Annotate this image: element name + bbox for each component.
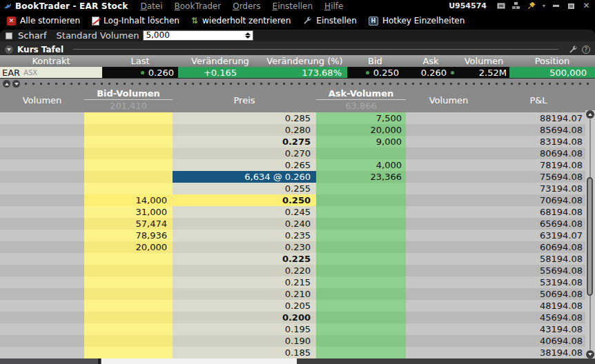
configure-button[interactable]: Einstellen: [300, 14, 360, 27]
price-cell[interactable]: 0.265: [173, 159, 316, 171]
change-cell[interactable]: +0.165: [178, 67, 262, 78]
depth-volume-left-cell[interactable]: [0, 171, 84, 183]
header-last[interactable]: Last: [102, 55, 178, 67]
header-change-pct[interactable]: Veränderung (%): [262, 55, 347, 67]
monitor-icon[interactable]: [497, 2, 506, 10]
price-cell[interactable]: 0.250: [173, 194, 316, 206]
book-header-volume-left[interactable]: Volumen: [0, 88, 84, 112]
depth-volume-right-cell[interactable]: [406, 171, 491, 183]
position-cell[interactable]: 500,000: [509, 67, 595, 78]
bid-volume-cell[interactable]: [84, 124, 173, 136]
header-bid[interactable]: Bid: [347, 55, 403, 67]
minimize-button[interactable]: [552, 2, 560, 10]
ask-volume-cell[interactable]: 20,000: [316, 124, 406, 136]
price-cell[interactable]: 0.195: [173, 323, 316, 335]
price-cell[interactable]: 0.285: [173, 112, 316, 124]
ask-volume-cell[interactable]: [316, 241, 406, 253]
ask-volume-cell[interactable]: [316, 183, 406, 194]
horizontal-scrollbar[interactable]: [0, 358, 595, 364]
book-header-pnl[interactable]: P&L: [491, 88, 585, 112]
hscroll-thumb[interactable]: [101, 358, 297, 364]
menu-item-booktrader[interactable]: BookTrader: [175, 1, 222, 11]
bid-cell[interactable]: 0.250: [347, 67, 403, 78]
price-cell[interactable]: 0.280: [173, 124, 316, 136]
bid-volume-cell[interactable]: [84, 323, 173, 335]
ask-volume-cell[interactable]: [316, 347, 406, 358]
pin-caret-icon[interactable]: ▾: [543, 3, 545, 9]
ask-volume-cell[interactable]: 4,000: [316, 159, 406, 171]
hotkey-button[interactable]: H Hotkey Einzelheiten: [366, 14, 467, 27]
depth-volume-right-cell[interactable]: [406, 300, 491, 312]
ask-volume-cell[interactable]: [316, 335, 406, 347]
scrollbar-thumb[interactable]: [587, 177, 593, 296]
armed-checkbox[interactable]: [6, 32, 12, 39]
close-button[interactable]: ✕: [582, 2, 591, 10]
scroll-up-button[interactable]: [3, 80, 10, 88]
depth-volume-right-cell[interactable]: [406, 124, 491, 136]
ask-volume-cell[interactable]: [316, 194, 406, 206]
stepper-up-icon[interactable]: [245, 32, 251, 35]
depth-volume-left-cell[interactable]: [0, 312, 84, 323]
panel-wrench-icon[interactable]: [568, 45, 578, 54]
volume-cell[interactable]: 2.52M: [458, 67, 509, 78]
price-cell[interactable]: 0.235: [173, 230, 316, 241]
price-cell[interactable]: 0.245: [173, 206, 316, 218]
contract-cell[interactable]: EAR ASX: [0, 67, 102, 78]
menu-item-orders[interactable]: Orders: [233, 1, 260, 11]
depth-volume-left-cell[interactable]: [0, 347, 84, 358]
depth-volume-left-cell[interactable]: [0, 323, 84, 335]
ask-volume-cell[interactable]: [316, 312, 406, 323]
hscroll-left-segment[interactable]: [0, 358, 98, 364]
menu-item-datei[interactable]: Datei: [141, 1, 163, 11]
cancel-all-button[interactable]: ✕ Alle stornieren: [4, 14, 83, 27]
bid-volume-cell[interactable]: [84, 265, 173, 276]
stepper-down-icon[interactable]: [245, 36, 251, 39]
depth-volume-right-cell[interactable]: [406, 148, 491, 159]
depth-volume-left-cell[interactable]: [0, 136, 84, 148]
bid-volume-cell[interactable]: [84, 300, 173, 312]
depth-volume-left-cell[interactable]: [0, 206, 84, 218]
depth-volume-right-cell[interactable]: [406, 312, 491, 323]
maximize-button[interactable]: [567, 2, 576, 10]
price-cell[interactable]: 6,634 @ 0.260: [173, 171, 316, 183]
book-header-ask-volume[interactable]: Ask-Volumen 63,866: [316, 88, 406, 112]
header-position[interactable]: Position: [509, 55, 595, 67]
bid-volume-cell[interactable]: 57,474: [84, 218, 173, 230]
bid-volume-cell[interactable]: [84, 136, 173, 148]
clear-log-button[interactable]: Log-Inhalt löschen: [89, 14, 182, 27]
price-cell[interactable]: 0.255: [173, 183, 316, 194]
bid-volume-cell[interactable]: [84, 253, 173, 265]
menu-item-einstellen[interactable]: Einstellen: [273, 1, 313, 11]
price-cell[interactable]: 0.275: [173, 136, 316, 148]
ask-volume-cell[interactable]: [316, 230, 406, 241]
bid-volume-cell[interactable]: [84, 276, 173, 288]
depth-volume-right-cell[interactable]: [406, 335, 491, 347]
ask-volume-cell[interactable]: [316, 300, 406, 312]
bid-volume-cell[interactable]: [84, 112, 173, 124]
header-ask[interactable]: Ask: [403, 55, 458, 67]
depth-volume-right-cell[interactable]: [406, 276, 491, 288]
ask-cell[interactable]: 0.260: [403, 67, 458, 78]
bid-volume-cell[interactable]: [84, 183, 173, 194]
book-header-price[interactable]: Preis: [173, 88, 316, 112]
price-cell[interactable]: 0.205: [173, 300, 316, 312]
depth-volume-left-cell[interactable]: [0, 288, 84, 300]
ask-volume-cell[interactable]: [316, 276, 406, 288]
bid-volume-cell[interactable]: [84, 171, 173, 183]
depth-volume-right-cell[interactable]: [406, 136, 491, 148]
ask-volume-cell[interactable]: 23,366: [316, 171, 406, 183]
bid-volume-cell[interactable]: [84, 159, 173, 171]
pin-icon[interactable]: [527, 2, 536, 10]
depth-volume-right-cell[interactable]: [406, 194, 491, 206]
depth-volume-right-cell[interactable]: [406, 206, 491, 218]
depth-volume-left-cell[interactable]: [0, 183, 84, 194]
depth-volume-left-cell[interactable]: [0, 300, 84, 312]
bid-volume-cell[interactable]: [84, 288, 173, 300]
ask-volume-cell[interactable]: [316, 288, 406, 300]
header-volume[interactable]: Volumen: [458, 55, 509, 67]
price-cell[interactable]: 0.210: [173, 288, 316, 300]
bid-volume-cell[interactable]: [84, 335, 173, 347]
depth-volume-right-cell[interactable]: [406, 241, 491, 253]
recenter-button[interactable]: ⇅ wiederholt zentrieren: [188, 14, 293, 27]
bid-volume-cell[interactable]: 78,936: [84, 230, 173, 241]
